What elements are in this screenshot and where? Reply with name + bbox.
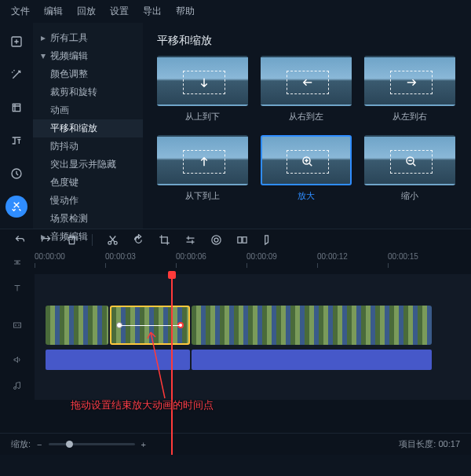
text-track-head[interactable]: [0, 284, 35, 293]
crop-icon[interactable]: [5, 97, 27, 119]
svg-point-7: [212, 236, 221, 244]
svg-rect-9: [238, 237, 242, 243]
clock-icon[interactable]: [5, 163, 27, 185]
transition-icon[interactable]: [236, 234, 248, 246]
video-clip-1[interactable]: [46, 306, 108, 345]
menu-settings[interactable]: 设置: [110, 5, 129, 18]
annotation-arrow: [141, 329, 173, 400]
crop-tool-icon[interactable]: [159, 234, 170, 246]
effect-left-to-right[interactable]: 从左到右: [364, 56, 455, 123]
svg-point-13: [19, 325, 20, 326]
zoom-slider[interactable]: [49, 443, 135, 445]
svg-rect-10: [243, 237, 246, 243]
tree-highlight[interactable]: 突出显示并隐藏: [33, 156, 143, 174]
music-track-head[interactable]: [0, 381, 35, 390]
tree-slowmo[interactable]: 慢动作: [33, 192, 143, 210]
redo-button[interactable]: [40, 234, 52, 246]
menu-playback[interactable]: 回放: [77, 5, 96, 18]
svg-point-12: [16, 325, 16, 326]
tree-scene[interactable]: 场景检测: [33, 210, 143, 228]
effect-zoom-in[interactable]: 放大: [261, 135, 352, 202]
svg-rect-11: [14, 323, 21, 328]
add-icon[interactable]: [5, 31, 27, 53]
menubar: 文件 编辑 回放 设置 导出 帮助: [0, 0, 471, 23]
text-icon[interactable]: [5, 130, 27, 152]
tree-chroma[interactable]: 色度键: [33, 174, 143, 192]
tree-animation[interactable]: 动画: [33, 101, 143, 119]
tools-icon[interactable]: [5, 196, 27, 218]
status-bar: 缩放: − + 项目长度: 00:17: [0, 433, 471, 455]
marker-icon[interactable]: [262, 234, 274, 246]
wand-icon[interactable]: [5, 64, 27, 86]
add-track-icon[interactable]: [0, 258, 35, 267]
annotation-text: 拖动设置结束放大动画的时间点: [71, 398, 214, 412]
tree-all-tools[interactable]: 所有工具: [33, 29, 143, 47]
zoom-out-icon[interactable]: −: [37, 440, 42, 449]
effect-top-to-bottom[interactable]: 从上到下: [157, 56, 248, 123]
category-tree: 所有工具 视频编辑 颜色调整 裁剪和旋转 动画 平移和缩放 防抖动 突出显示并隐…: [33, 23, 143, 229]
tree-stabilize[interactable]: 防抖动: [33, 137, 143, 156]
video-clip-2[interactable]: [192, 306, 432, 345]
delete-button[interactable]: [66, 234, 78, 246]
svg-point-8: [214, 238, 218, 242]
audio-clip-2[interactable]: [192, 350, 432, 370]
timeline[interactable]: 拖动设置结束放大动画的时间点 缩放: − + 项目长度: 00:17: [0, 274, 471, 455]
tree-crop-rotate[interactable]: 裁剪和旋转: [33, 83, 143, 101]
svg-rect-1: [13, 104, 20, 111]
effects-panel: 平移和缩放 从上到下 从右到左 从左到右 从下到上 放大 缩小: [143, 23, 471, 229]
video-track-head[interactable]: [0, 320, 35, 330]
effect-zoom-out[interactable]: 缩小: [364, 135, 455, 202]
rotate-icon[interactable]: [133, 234, 144, 246]
tool-rail: [0, 23, 33, 229]
cut-icon[interactable]: [107, 234, 119, 246]
record-icon[interactable]: [210, 234, 222, 246]
menu-file[interactable]: 文件: [11, 5, 30, 18]
zoom-label: 缩放:: [11, 438, 31, 450]
effects-title: 平移和缩放: [157, 34, 457, 48]
menu-help[interactable]: 帮助: [176, 5, 195, 18]
tree-pan-zoom[interactable]: 平移和缩放: [33, 119, 143, 137]
adjust-icon[interactable]: [184, 234, 196, 246]
effect-right-to-left[interactable]: 从右到左: [261, 56, 352, 123]
menu-edit[interactable]: 编辑: [44, 5, 63, 18]
duration-label: 项目长度:: [399, 439, 436, 449]
effect-bottom-to-top[interactable]: 从下到上: [157, 135, 248, 202]
audio-track-head[interactable]: [0, 355, 35, 364]
ruler[interactable]: 00:00:00 00:00:03 00:00:06 00:00:09 00:0…: [0, 251, 471, 274]
tree-video-edit[interactable]: 视频编辑: [33, 47, 143, 65]
duration-value: 00:17: [438, 439, 460, 449]
zoom-in-icon[interactable]: +: [141, 440, 146, 449]
undo-button[interactable]: [14, 234, 26, 246]
menu-export[interactable]: 导出: [143, 5, 162, 18]
tree-color[interactable]: 颜色调整: [33, 65, 143, 83]
